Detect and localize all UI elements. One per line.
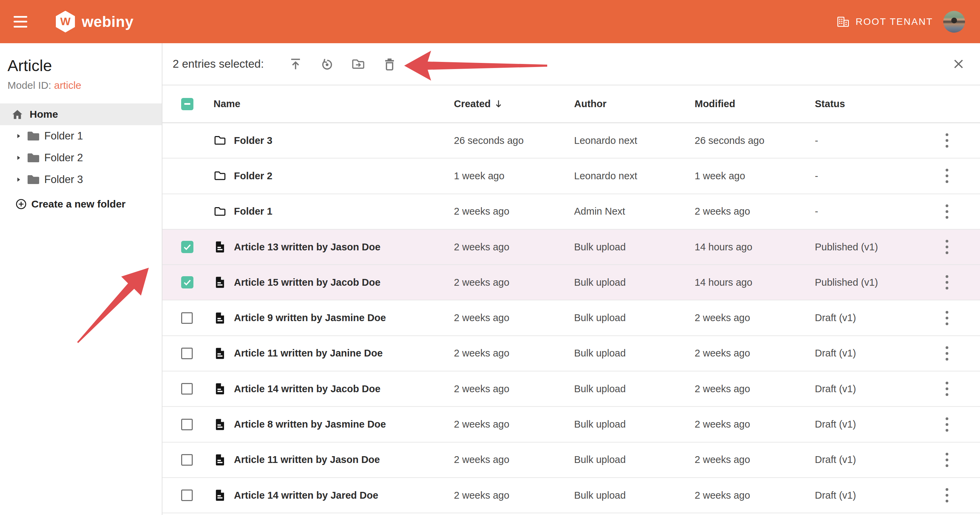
- delete-entries-button[interactable]: [382, 57, 397, 72]
- table-row[interactable]: Folder 2 1 week ago Leonardo next 1 week…: [162, 158, 980, 194]
- page-title: Article: [8, 56, 162, 75]
- bulk-action-buttons: [288, 43, 397, 86]
- history-restore-icon: [320, 57, 334, 71]
- tenant-name: ROOT TENANT: [856, 16, 933, 27]
- chevron-right-icon[interactable]: [16, 176, 21, 183]
- modified-value: 2 weeks ago: [695, 419, 815, 430]
- entry-name: Article 14 written by Jared Doe: [234, 490, 378, 501]
- row-actions-menu-button[interactable]: [939, 130, 955, 151]
- table-row[interactable]: Article 13 written by Jason Doe 2 weeks …: [162, 230, 980, 265]
- status-value: Draft (v1): [815, 348, 926, 359]
- chevron-right-icon[interactable]: [16, 155, 21, 161]
- row-checkbox[interactable]: [181, 241, 193, 253]
- status-value: Draft (v1): [815, 454, 926, 465]
- modified-value: 2 weeks ago: [695, 383, 815, 395]
- folder-icon: [27, 130, 40, 142]
- folder-icon: [27, 152, 40, 163]
- restore-entries-button[interactable]: [320, 57, 334, 72]
- status-value: Published (v1): [815, 277, 926, 288]
- row-checkbox[interactable]: [181, 276, 193, 288]
- author-value: Admin Next: [574, 206, 695, 217]
- webiny-logo: W: [56, 11, 75, 33]
- row-checkbox[interactable]: [181, 312, 193, 324]
- status-value: Draft (v1): [815, 312, 926, 323]
- model-id-label: Model ID:: [8, 79, 51, 91]
- entry-name: Article 15 written by Jacob Doe: [234, 277, 380, 288]
- modified-value: 26 seconds ago: [695, 135, 815, 146]
- row-actions-menu-button[interactable]: [939, 449, 955, 471]
- row-actions-menu-button[interactable]: [939, 201, 955, 222]
- row-actions-menu-button[interactable]: [939, 236, 955, 258]
- table-row[interactable]: Article 11 written by Janine Doe 2 weeks…: [162, 336, 980, 371]
- status-value: Draft (v1): [815, 383, 926, 395]
- publish-entries-button[interactable]: [288, 57, 303, 72]
- chevron-right-icon[interactable]: [16, 133, 21, 139]
- select-all-checkbox[interactable]: [181, 98, 193, 110]
- created-value: 2 weeks ago: [454, 490, 574, 501]
- row-actions-menu-button[interactable]: [939, 343, 955, 364]
- sidebar-folder-item[interactable]: Folder 3: [0, 169, 162, 190]
- status-value: Draft (v1): [815, 490, 926, 501]
- row-checkbox[interactable]: [181, 454, 193, 466]
- model-id-line: Model ID: article: [8, 79, 162, 91]
- entry-name: Article 9 written by Jasmine Doe: [234, 312, 386, 323]
- author-value: Leonardo next: [574, 170, 695, 182]
- row-actions-menu-button[interactable]: [939, 485, 955, 506]
- row-checkbox[interactable]: [181, 383, 193, 395]
- modified-value: 14 hours ago: [695, 241, 815, 253]
- table-row[interactable]: Article 11 written by Jason Doe 2 weeks …: [162, 442, 980, 478]
- created-value: 26 seconds ago: [454, 135, 574, 146]
- row-actions-menu-button[interactable]: [939, 307, 955, 329]
- move-to-folder-button[interactable]: [351, 57, 366, 72]
- user-avatar[interactable]: [943, 11, 965, 33]
- row-checkbox[interactable]: [181, 419, 193, 430]
- author-value: Bulk upload: [574, 490, 695, 501]
- created-header-label: Created: [454, 98, 491, 109]
- folder-icon: [213, 134, 226, 147]
- author-value: Bulk upload: [574, 348, 695, 359]
- folder-icon: [27, 174, 40, 185]
- sidebar-folder-item[interactable]: Folder 1: [0, 125, 162, 147]
- modified-value: 2 weeks ago: [695, 348, 815, 359]
- modified-value: 2 weeks ago: [695, 490, 815, 501]
- sidebar-item-home[interactable]: Home: [0, 103, 162, 125]
- sidebar-folder-item[interactable]: Folder 2: [0, 147, 162, 169]
- table-row[interactable]: Article 9 written by Jasmine Doe 2 weeks…: [162, 300, 980, 336]
- checkmark-icon: [182, 242, 192, 252]
- created-value: 2 weeks ago: [454, 241, 574, 253]
- document-icon: [213, 489, 226, 502]
- brand-wordmark: webiny: [82, 13, 134, 30]
- table-row[interactable]: Article 14 written by Jacob Doe 2 weeks …: [162, 371, 980, 407]
- modified-value: 2 weeks ago: [695, 206, 815, 217]
- author-value: Bulk upload: [574, 241, 695, 253]
- created-value: 2 weeks ago: [454, 454, 574, 465]
- created-value: 2 weeks ago: [454, 206, 574, 217]
- row-actions-menu-button[interactable]: [939, 165, 955, 186]
- status-value: -: [815, 135, 926, 146]
- folder-icon: [213, 205, 226, 218]
- table-row[interactable]: Article 8 written by Jasmine Doe 2 weeks…: [162, 407, 980, 442]
- row-actions-menu-button[interactable]: [939, 414, 955, 435]
- document-icon: [213, 312, 226, 325]
- table-row[interactable]: Article 15 written by Jacob Doe 2 weeks …: [162, 265, 980, 300]
- row-checkbox[interactable]: [181, 348, 193, 359]
- column-header-created[interactable]: Created: [454, 98, 574, 109]
- row-actions-menu-button[interactable]: [939, 272, 955, 293]
- created-value: 2 weeks ago: [454, 348, 574, 359]
- home-icon: [11, 108, 24, 120]
- row-actions-menu-button[interactable]: [939, 378, 955, 399]
- modified-value: 1 week ago: [695, 170, 815, 182]
- row-checkbox[interactable]: [181, 490, 193, 501]
- app-window: W webiny ROOT TENANT Article Model ID: a…: [0, 0, 980, 515]
- dismiss-selection-button[interactable]: [951, 56, 966, 72]
- tenant-selector[interactable]: ROOT TENANT: [837, 16, 933, 27]
- menu-hamburger-icon[interactable]: [14, 16, 27, 27]
- create-folder-button[interactable]: Create a new folder: [0, 193, 126, 215]
- table-row[interactable]: Folder 1 2 weeks ago Admin Next 2 weeks …: [162, 194, 980, 230]
- table-row[interactable]: Article 14 written by Jared Doe 2 weeks …: [162, 478, 980, 513]
- entry-name: Folder 1: [234, 206, 272, 217]
- table-row[interactable]: Folder 3 26 seconds ago Leonardo next 26…: [162, 123, 980, 158]
- entry-name: Article 14 written by Jacob Doe: [234, 383, 380, 395]
- document-icon: [213, 347, 226, 360]
- document-icon: [213, 241, 226, 254]
